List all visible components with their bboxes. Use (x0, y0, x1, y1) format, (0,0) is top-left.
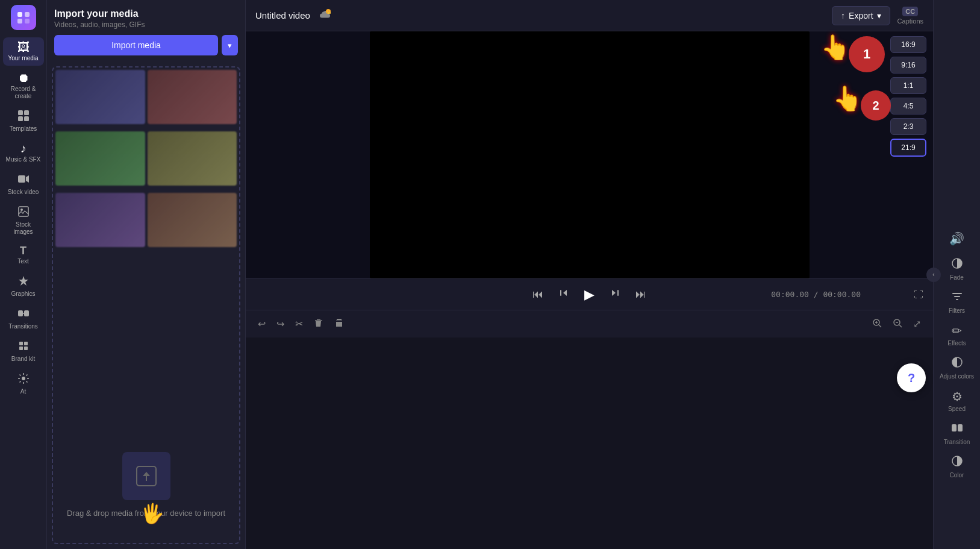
sidebar-item-templates[interactable]: Templates (3, 106, 44, 136)
svg-rect-3 (25, 19, 30, 24)
redo-button[interactable]: ↪ (274, 316, 287, 332)
aspect-4-5-label: 4:5 (904, 102, 914, 110)
time-separator: / (814, 290, 823, 299)
sidebar-item-stock-video[interactable]: Stock video (3, 169, 44, 199)
play-button[interactable]: ▶ (582, 284, 597, 305)
help-button[interactable]: ? (897, 363, 926, 392)
upload-placeholder-card[interactable] (122, 452, 170, 500)
media-grid (53, 67, 239, 254)
aspect-1-1-button[interactable]: 1:1 (890, 77, 926, 94)
svg-point-10 (20, 209, 23, 211)
media-thumbnail[interactable] (55, 193, 145, 247)
title-icons: 👑 (317, 7, 332, 24)
svg-line-29 (899, 325, 902, 327)
adjust-colors-icon (951, 356, 963, 371)
transition-tool[interactable]: Transition (937, 418, 978, 449)
svg-rect-2 (17, 19, 22, 24)
timeline-empty (246, 337, 933, 549)
captions-button[interactable]: CC Captions (897, 7, 923, 25)
sidebar-item-brand-kit[interactable]: Brand kit (3, 336, 44, 366)
color-tool[interactable]: Color (937, 451, 978, 482)
fast-forward-button[interactable] (607, 284, 623, 304)
sidebar-item-text[interactable]: T Text (3, 242, 44, 269)
graphics-icon (17, 275, 30, 289)
cloud-save-button[interactable]: 👑 (317, 7, 332, 24)
rewind-button[interactable] (555, 284, 572, 304)
expand-button[interactable]: ⤢ (911, 316, 923, 332)
video-preview (246, 31, 933, 278)
sidebar-item-music-sfx[interactable]: ♪ Music & SFX (3, 139, 44, 167)
aspect-ratio-panel: 16:9 9:16 1:1 4:5 2:3 21:9 (890, 36, 926, 157)
captions-label: Captions (897, 17, 923, 25)
sidebar-item-record-create[interactable]: ⏺ Record &create (3, 68, 44, 104)
sidebar-item-graphics[interactable]: Graphics (3, 271, 44, 301)
ai-icon (17, 372, 30, 386)
media-thumbnail[interactable] (148, 70, 237, 124)
media-thumbnail[interactable] (55, 131, 145, 186)
volume-tool[interactable]: 🔊 (937, 228, 978, 251)
adjust-colors-tool[interactable]: Adjust colors (937, 353, 978, 383)
svg-rect-0 (17, 12, 22, 17)
video-title[interactable]: Untitled video (255, 10, 310, 20)
effects-tool[interactable]: ✏ Effects (937, 320, 978, 350)
svg-rect-23 (617, 290, 619, 296)
media-panel-subtitle: Videos, audio, images, GIFs (54, 20, 238, 29)
svg-point-18 (22, 377, 25, 380)
video-canvas (370, 31, 810, 278)
clip-button[interactable] (332, 316, 346, 333)
delete-button[interactable] (311, 316, 326, 333)
svg-rect-32 (952, 293, 962, 294)
fade-tool[interactable]: Fade (937, 254, 978, 284)
aspect-21-9-button[interactable]: 21:9 (890, 139, 926, 157)
brand-kit-icon (17, 340, 30, 354)
right-sidebar: ‹ 16:9 9:16 1:1 4:5 2:3 21:9 🔊 (933, 0, 980, 549)
undo-button[interactable]: ↩ (255, 316, 268, 332)
svg-rect-15 (24, 342, 28, 345)
your-media-icon: 🖼 (17, 41, 30, 53)
templates-icon (17, 110, 30, 124)
media-thumbnail[interactable] (55, 70, 145, 124)
filters-tool[interactable]: Filters (937, 287, 978, 318)
sidebar-item-stock-images[interactable]: Stock images (3, 202, 44, 239)
aspect-2-3-label: 2:3 (904, 122, 914, 131)
skip-back-button[interactable]: ⏮ (530, 286, 546, 303)
sidebar-item-your-media[interactable]: 🖼 Your media (3, 37, 44, 66)
aspect-4-5-button[interactable]: 4:5 (890, 98, 926, 115)
zoom-in-button[interactable] (870, 316, 884, 333)
speed-tool[interactable]: ⚙ Speed (937, 386, 978, 416)
svg-rect-5 (24, 110, 29, 115)
svg-rect-17 (24, 347, 28, 350)
zoom-out-button[interactable] (890, 316, 905, 333)
aspect-16-9-label: 16:9 (901, 40, 915, 49)
cut-button[interactable]: ✂ (293, 316, 305, 332)
aspect-21-9-label: 21:9 (901, 143, 915, 152)
aspect-9-16-button[interactable]: 9:16 (890, 57, 926, 74)
svg-rect-7 (24, 116, 29, 121)
media-thumbnail[interactable] (148, 193, 237, 247)
music-sfx-icon: ♪ (20, 142, 27, 154)
export-dropdown-icon: ▾ (877, 11, 881, 20)
time-current: 00:00.00 (771, 290, 809, 299)
sidebar-item-ai[interactable]: At (3, 369, 44, 399)
stock-images-icon (17, 205, 30, 219)
right-collapse-button[interactable]: ‹ (926, 268, 941, 282)
speed-icon: ⚙ (952, 389, 963, 404)
import-dropdown-button[interactable]: ▾ (222, 35, 238, 55)
transition-icon (951, 422, 963, 437)
drop-zone[interactable]: Drag & drop media from your device to im… (52, 66, 240, 544)
aspect-16-9-button[interactable]: 16:9 (890, 36, 926, 53)
sidebar-item-transitions[interactable]: Transitions (3, 304, 44, 334)
media-thumbnail[interactable] (148, 131, 237, 186)
svg-rect-8 (18, 175, 25, 183)
export-button[interactable]: ↑ Export ▾ (832, 6, 890, 25)
stock-video-icon (17, 173, 30, 187)
fullscreen-button[interactable]: ⛶ (914, 289, 923, 300)
skip-forward-button[interactable]: ⏭ (633, 286, 649, 303)
svg-rect-33 (954, 296, 960, 297)
import-media-button[interactable]: Import media (54, 35, 218, 55)
time-total: 00:00.00 (823, 290, 861, 299)
aspect-2-3-button[interactable]: 2:3 (890, 118, 926, 135)
timeline-bar: ↩ ↪ ✂ (246, 310, 933, 337)
color-icon (951, 455, 963, 470)
app-logo[interactable] (11, 5, 36, 30)
